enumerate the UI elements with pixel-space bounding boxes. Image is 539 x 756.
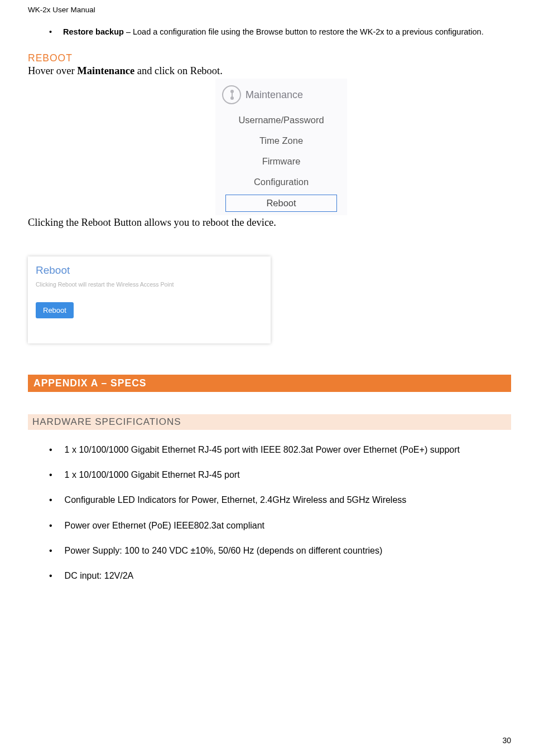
spec-list: •1 x 10/100/1000 Gigabit Ethernet RJ-45 … bbox=[28, 443, 511, 582]
menu-item-configuration[interactable]: Configuration bbox=[215, 172, 347, 192]
menu-items: Username/Password Time Zone Firmware Con… bbox=[215, 110, 347, 212]
intro-bullet: • Restore backup – Load a configuration … bbox=[28, 26, 511, 38]
appendix-heading: APPENDIX A – SPECS bbox=[28, 375, 511, 392]
reboot-line1a: Hover over bbox=[28, 65, 77, 76]
list-item: •1 x 10/100/1000 Gigabit Ethernet RJ-45 … bbox=[49, 468, 511, 481]
list-item: •1 x 10/100/1000 Gigabit Ethernet RJ-45 … bbox=[49, 443, 511, 456]
page-number: 30 bbox=[502, 736, 511, 745]
menu-header-label: Maintenance bbox=[246, 89, 303, 101]
menu-header: Maintenance bbox=[215, 82, 347, 110]
reboot-panel-screenshot: Reboot Clicking Reboot will restart the … bbox=[28, 256, 271, 343]
spec-text: Power over Ethernet (PoE) IEEE802.3at co… bbox=[65, 519, 264, 532]
menu-item-reboot[interactable]: Reboot bbox=[225, 195, 337, 212]
list-item: •Configurable LED Indicators for Power, … bbox=[49, 493, 511, 506]
spec-text: 1 x 10/100/1000 Gigabit Ethernet RJ-45 p… bbox=[65, 443, 460, 456]
menu-item-timezone[interactable]: Time Zone bbox=[215, 130, 347, 151]
reboot-panel-title: Reboot bbox=[36, 264, 263, 277]
intro-text: Restore backup – Load a configuration fi… bbox=[63, 26, 484, 38]
reboot-heading: REBOOT bbox=[28, 52, 511, 64]
menu-item-username[interactable]: Username/Password bbox=[215, 110, 347, 130]
reboot-instruction-1: Hover over Maintenance and click on Rebo… bbox=[28, 65, 511, 77]
bullet-icon: • bbox=[49, 544, 52, 557]
reboot-panel-subtitle: Clicking Reboot will restart the Wireles… bbox=[36, 281, 263, 288]
spec-text: Power Supply: 100 to 240 VDC ±10%, 50/60… bbox=[65, 544, 383, 557]
menu-item-firmware[interactable]: Firmware bbox=[215, 151, 347, 172]
hardware-spec-heading: HARDWARE SPECIFICATIONS bbox=[28, 414, 511, 430]
bullet-icon: • bbox=[49, 569, 52, 582]
doc-header: WK-2x User Manual bbox=[28, 6, 511, 26]
bullet-icon: • bbox=[49, 493, 52, 506]
reboot-button[interactable]: Reboot bbox=[36, 302, 74, 318]
spec-text: 1 x 10/100/1000 Gigabit Ethernet RJ-45 p… bbox=[65, 468, 240, 481]
bullet-icon: • bbox=[49, 519, 52, 532]
spec-text: Configurable LED Indicators for Power, E… bbox=[65, 493, 407, 506]
list-item: •Power Supply: 100 to 240 VDC ±10%, 50/6… bbox=[49, 544, 511, 557]
bullet-icon: • bbox=[49, 26, 52, 38]
bullet-icon: • bbox=[49, 468, 52, 481]
intro-rest: – Load a configuration file using the Br… bbox=[124, 27, 484, 36]
list-item: •DC input: 12V/2A bbox=[49, 569, 511, 582]
reboot-line1b: and click on Reboot. bbox=[134, 65, 223, 76]
reboot-line1-bold: Maintenance bbox=[77, 65, 134, 76]
intro-label: Restore backup bbox=[63, 27, 124, 36]
reboot-instruction-2: Clicking the Reboot Button allows you to… bbox=[28, 217, 511, 229]
spec-text: DC input: 12V/2A bbox=[65, 569, 134, 582]
list-item: •Power over Ethernet (PoE) IEEE802.3at c… bbox=[49, 519, 511, 532]
bullet-icon: • bbox=[49, 443, 52, 456]
maintenance-icon bbox=[222, 85, 241, 104]
maintenance-menu-screenshot: Maintenance Username/Password Time Zone … bbox=[215, 78, 348, 216]
